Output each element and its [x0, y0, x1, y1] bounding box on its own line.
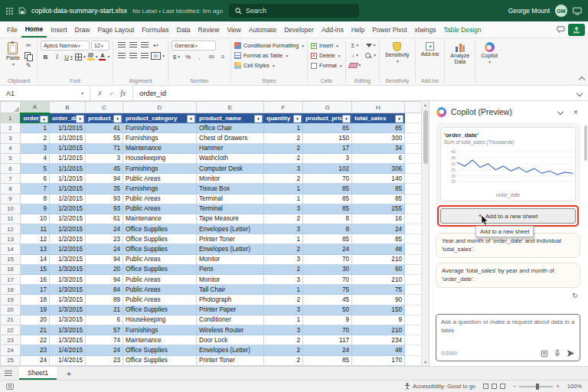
cell[interactable]: 234 [352, 335, 405, 345]
header-cell-product_name[interactable]: product_name▾ [197, 113, 264, 123]
cell[interactable]: Conditioner [197, 315, 264, 325]
cell[interactable]: 70 [303, 275, 352, 285]
row-header-24[interactable]: 24 [1, 345, 21, 355]
cell[interactable]: 1/2/2015 [50, 234, 86, 244]
cell[interactable]: 23 [86, 355, 123, 365]
zoom-in-icon[interactable]: + [556, 383, 559, 390]
cell[interactable]: 9 [303, 315, 352, 325]
cell[interactable]: 85 [303, 234, 352, 244]
cell[interactable]: 2 [264, 335, 303, 345]
cell-styles-button[interactable]: Cell Styles [234, 60, 304, 70]
row-header-1[interactable]: 1 [1, 113, 21, 123]
cell[interactable]: Office Supplies [123, 224, 197, 234]
column-header-E[interactable]: E [197, 102, 264, 113]
column-header-A[interactable]: A [21, 102, 50, 113]
cell[interactable]: Public Areas [123, 275, 197, 285]
accessibility-status[interactable]: Accessibility: Good to go [404, 383, 475, 390]
cell[interactable]: Printer Paper [197, 305, 264, 315]
decrease-decimal-button[interactable]: .0 [217, 52, 227, 61]
cell[interactable]: 9 [352, 315, 405, 325]
cell[interactable]: 24 [86, 244, 123, 254]
cell[interactable]: 140 [352, 174, 405, 184]
cell[interactable]: Wireless Router [197, 325, 264, 335]
tab-developer[interactable]: Developer [280, 21, 318, 38]
cell[interactable]: 84 [86, 285, 123, 295]
cell[interactable]: 1/4/2015 [50, 345, 86, 355]
cell[interactable]: 1/2/2015 [50, 204, 86, 214]
fill-color-button[interactable] [87, 52, 98, 61]
vertical-scrollbar[interactable]: ▲ ▼ [421, 101, 429, 366]
cell[interactable]: 1 [264, 234, 303, 244]
tab-automate[interactable]: Automate [245, 21, 280, 38]
row-header-8[interactable]: 8 [1, 184, 21, 194]
sort-filter-button[interactable] [365, 41, 376, 50]
tab-xlwings[interactable]: xlwings [411, 21, 440, 38]
cell[interactable]: 20 [21, 315, 50, 325]
currency-button[interactable]: $ [172, 52, 181, 61]
sheet-tab-sheet1[interactable]: Sheet1 [19, 367, 57, 380]
column-header-C[interactable]: C [86, 102, 123, 113]
cell[interactable]: 41 [86, 123, 123, 133]
cell[interactable]: 1/1/2015 [50, 123, 86, 133]
row-header-4[interactable]: 4 [1, 143, 21, 153]
cell[interactable]: 90 [352, 295, 405, 305]
cell[interactable]: 94 [86, 174, 123, 184]
cell[interactable]: 117 [303, 335, 352, 345]
cell[interactable]: Photograph [197, 295, 264, 305]
cell[interactable]: 71 [86, 143, 123, 153]
cell[interactable]: Chest of Drawers [197, 133, 264, 143]
font-size-combo[interactable]: 12 [91, 41, 109, 51]
save-icon[interactable] [18, 7, 26, 15]
tab-data[interactable]: Data [173, 21, 194, 38]
cell[interactable]: Public Areas [123, 285, 197, 295]
cell[interactable]: Office Supplies [123, 264, 197, 274]
cell[interactable]: 17 [21, 285, 50, 295]
cell[interactable]: Terminal [197, 204, 264, 214]
paste-button[interactable]: Paste [4, 41, 22, 68]
row-header-20[interactable]: 20 [1, 305, 21, 315]
column-header-D[interactable]: D [123, 102, 197, 113]
cell[interactable]: 21 [21, 325, 50, 335]
row-header-16[interactable]: 16 [1, 264, 21, 274]
cell[interactable]: Washcloth [197, 153, 264, 163]
format-painter-button[interactable]: ✎ [24, 60, 34, 70]
cell[interactable]: 22 [21, 335, 50, 345]
cell[interactable]: Furnishings [123, 184, 197, 194]
cell[interactable]: 2 [264, 295, 303, 305]
align-left-button[interactable] [116, 51, 126, 60]
cell[interactable]: 85 [303, 204, 352, 214]
add-sheet-button[interactable]: + [64, 368, 74, 379]
addins-button[interactable]: Add-ins [419, 41, 442, 59]
cell[interactable]: Printer Toner [197, 355, 264, 365]
cell[interactable]: Public Areas [123, 254, 197, 264]
copilot-input[interactable]: Ask a question or make a request about d… [436, 314, 580, 361]
cell[interactable]: 1/3/2015 [50, 325, 86, 335]
tab-insert[interactable]: Insert [47, 21, 70, 38]
cell[interactable]: 85 [352, 123, 405, 133]
tab-view[interactable]: View [223, 21, 244, 38]
cell[interactable]: Furnishings [123, 325, 197, 335]
cell[interactable]: 21 [86, 305, 123, 315]
scroll-down-icon[interactable]: ▼ [423, 358, 427, 366]
cell[interactable]: 1/3/2015 [50, 254, 86, 264]
cell[interactable]: 20 [86, 264, 123, 274]
cell[interactable]: 150 [352, 305, 405, 315]
column-header-G[interactable]: G [303, 102, 352, 113]
cell[interactable]: 55 [86, 133, 123, 143]
suggestion-chip[interactable]: Average 'total_sales' by year and month … [436, 263, 580, 288]
cell[interactable]: 23 [86, 234, 123, 244]
row-header-9[interactable]: 9 [1, 194, 21, 204]
cell[interactable]: 170 [352, 355, 405, 365]
cell[interactable]: 70 [303, 325, 352, 335]
cell[interactable]: 24 [86, 345, 123, 355]
cell[interactable]: 9 [21, 204, 50, 214]
cell[interactable]: 1/3/2015 [50, 305, 86, 315]
close-icon[interactable]: × [570, 106, 581, 117]
cell[interactable]: Office Supplies [123, 355, 197, 365]
zoom-level[interactable]: 100% [567, 383, 582, 390]
cell[interactable]: 45 [303, 295, 352, 305]
sheet-nav-icon[interactable] [5, 371, 12, 377]
wrap-text-button[interactable]: ↩ [151, 41, 161, 50]
cell[interactable]: 2 [264, 355, 303, 365]
cut-button[interactable]: ✂ [24, 41, 34, 50]
